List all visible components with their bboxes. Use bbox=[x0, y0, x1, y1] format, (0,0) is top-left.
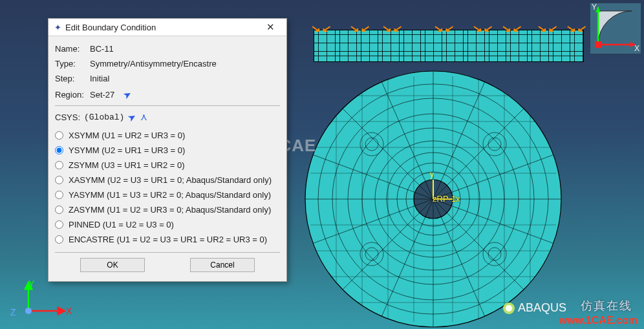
radio-label-xasymm: XASYMM (U2 = U3 = UR1 = 0; Abaqus/Standa… bbox=[69, 175, 272, 185]
svg-rect-61 bbox=[595, 41, 601, 48]
watermark-cn: 仿真在线 bbox=[581, 298, 632, 313]
view-gizmo[interactable]: X Y bbox=[590, 3, 641, 54]
rect-mesh-part bbox=[314, 30, 584, 62]
dialog-titlebar[interactable]: ✦ Edit Boundary Condition ✕ bbox=[48, 19, 286, 36]
step-label: Step: bbox=[55, 74, 90, 83]
watermark-url: www.1CAE.com bbox=[559, 315, 638, 326]
radio-input-pinned[interactable] bbox=[55, 220, 63, 229]
radio-label-yasymm: YASYMM (U1 = U3 = UR2 = 0; Abaqus/Standa… bbox=[69, 190, 271, 200]
ok-button[interactable]: OK bbox=[80, 258, 145, 272]
field-region: Region: Set-27 ➤ bbox=[55, 86, 280, 103]
name-label: Name: bbox=[55, 44, 90, 54]
disc-mesh-part: y zRP-1x bbox=[297, 70, 569, 328]
edit-boundary-condition-dialog: ✦ Edit Boundary Condition ✕ Name: BC-11 … bbox=[48, 18, 287, 282]
radio-input-xasymm[interactable] bbox=[55, 176, 63, 184]
name-value: BC-11 bbox=[90, 44, 280, 54]
axis-x-label: X bbox=[66, 306, 72, 316]
csys-value: (Global) bbox=[84, 112, 124, 122]
divider bbox=[55, 105, 280, 106]
pick-csys-icon[interactable]: ➤ bbox=[126, 110, 139, 124]
viewport[interactable]: ↘↙ ↘↙ ↘↙ ↘↙ ↘↙ ↘↙ ↘↙ ↘↙ bbox=[0, 0, 644, 329]
radio-input-zasymm[interactable] bbox=[55, 206, 63, 214]
csys-label: CSYS: bbox=[55, 112, 80, 122]
step-value: Initial bbox=[90, 74, 280, 83]
svg-text:Y: Y bbox=[592, 3, 597, 12]
svg-text:y: y bbox=[430, 170, 434, 179]
bc-symbols-top-edge: ↘↙ ↘↙ ↘↙ ↘↙ ↘↙ ↘↙ ↘↙ ↘↙ bbox=[314, 23, 583, 30]
radio-zsymm[interactable]: ZSYMM (U3 = UR1 = UR2 = 0) bbox=[55, 158, 280, 173]
radio-zasymm[interactable]: ZASYMM (U1 = U2 = UR3 = 0; Abaqus/Standa… bbox=[55, 202, 280, 217]
radio-xasymm[interactable]: XASYMM (U2 = U3 = UR1 = 0; Abaqus/Standa… bbox=[55, 173, 280, 187]
field-type: Type: Symmetry/Antisymmetry/Encastre bbox=[55, 56, 280, 71]
radio-encastre[interactable]: ENCASTRE (U1 = U2 = U3 = UR1 = UR2 = UR3… bbox=[55, 232, 280, 247]
bc-type-radio-group: XSYMM (U1 = UR2 = UR3 = 0)YSYMM (U2 = UR… bbox=[55, 127, 280, 247]
field-csys: CSYS: (Global) ➤ ⋏ bbox=[55, 110, 280, 127]
svg-point-65 bbox=[506, 305, 512, 312]
abaqus-logo-text: ABAQUS bbox=[518, 301, 566, 315]
radio-input-xsymm[interactable] bbox=[55, 131, 63, 140]
radio-label-zsymm: ZSYMM (U3 = UR1 = UR2 = 0) bbox=[69, 160, 185, 170]
radio-label-ysymm: YSYMM (U2 = UR1 = UR3 = 0) bbox=[69, 145, 185, 155]
radio-yasymm[interactable]: YASYMM (U1 = U3 = UR2 = 0; Abaqus/Standa… bbox=[55, 187, 280, 202]
radio-xsymm[interactable]: XSYMM (U1 = UR2 = UR3 = 0) bbox=[55, 128, 280, 143]
divider bbox=[55, 252, 280, 253]
svg-text:X: X bbox=[634, 44, 639, 53]
radio-ysymm[interactable]: YSYMM (U2 = UR1 = UR3 = 0) bbox=[55, 143, 280, 158]
field-name: Name: BC-11 bbox=[55, 41, 280, 56]
region-value: Set-27 bbox=[90, 90, 114, 100]
radio-label-zasymm: ZASYMM (U1 = U2 = UR3 = 0; Abaqus/Standa… bbox=[69, 205, 271, 215]
view-triad: Y X Z bbox=[10, 281, 69, 320]
radio-label-pinned: PINNED (U1 = U2 = U3 = 0) bbox=[69, 220, 174, 229]
reference-point-label: zRP-1x bbox=[433, 194, 460, 204]
radio-input-ysymm[interactable] bbox=[55, 146, 63, 154]
axis-y-label: Y bbox=[28, 279, 34, 289]
axis-z-label: Z bbox=[10, 307, 16, 317]
type-label: Type: bbox=[55, 59, 90, 69]
abaqus-logo: ABAQUS bbox=[502, 301, 566, 315]
radio-label-xsymm: XSYMM (U1 = UR2 = UR3 = 0) bbox=[69, 131, 185, 140]
radio-pinned[interactable]: PINNED (U1 = U2 = U3 = 0) bbox=[55, 217, 280, 232]
cancel-button[interactable]: Cancel bbox=[190, 258, 255, 272]
field-step: Step: Initial bbox=[55, 71, 280, 86]
create-datum-icon[interactable]: ⋏ bbox=[140, 111, 147, 123]
dialog-title: Edit Boundary Condition bbox=[65, 23, 258, 32]
close-icon[interactable]: ✕ bbox=[258, 21, 283, 34]
svg-point-56 bbox=[25, 308, 32, 314]
radio-input-yasymm[interactable] bbox=[55, 191, 63, 199]
radio-label-encastre: ENCASTRE (U1 = U2 = U3 = UR1 = UR2 = UR3… bbox=[69, 235, 267, 244]
radio-input-encastre[interactable] bbox=[55, 235, 63, 244]
region-label: Region: bbox=[55, 90, 90, 100]
pick-region-icon[interactable]: ➤ bbox=[121, 87, 134, 101]
radio-input-zsymm[interactable] bbox=[55, 161, 63, 169]
dialog-icon: ✦ bbox=[52, 22, 63, 32]
type-value: Symmetry/Antisymmetry/Encastre bbox=[90, 59, 280, 69]
